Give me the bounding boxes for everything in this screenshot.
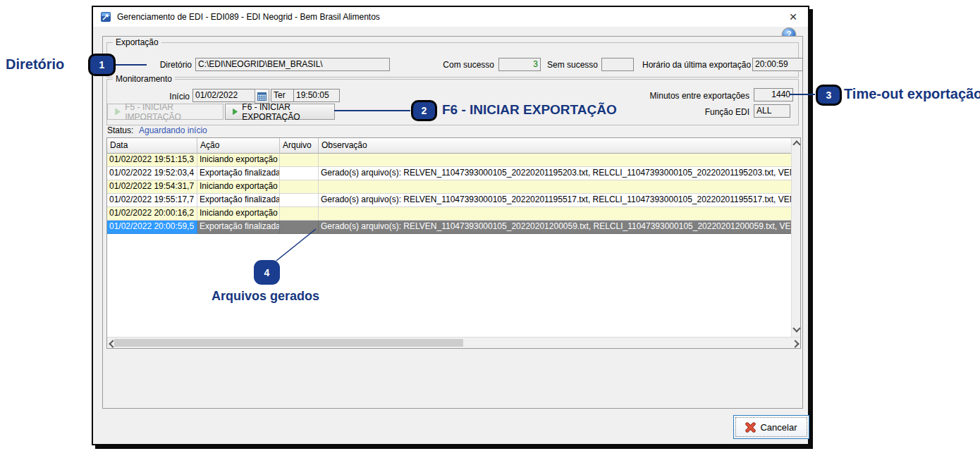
f6-iniciar-exportacao-button[interactable]: F6 - INICIAR EXPORTAÇÃO — [225, 104, 335, 120]
cell-acao: Iniciando exportação — [197, 207, 280, 221]
cell-arquivo — [280, 221, 319, 234]
horario-field[interactable]: 20:00:59 — [752, 58, 803, 71]
focus-rect — [735, 417, 807, 437]
annotation-label-diretorio: Diretório — [6, 56, 64, 73]
play-icon — [231, 107, 238, 116]
group-monitoramento-label: Monitoramento — [113, 74, 175, 84]
cell-arquivo — [280, 167, 319, 180]
cell-observacao — [319, 154, 791, 167]
inicio-date-field[interactable]: 01/02/2022 — [192, 89, 257, 102]
table-row[interactable]: 01/02/2022 19:55:17,7 Exportação finaliz… — [107, 194, 791, 207]
cell-data: 01/02/2022 19:54:31,7 — [107, 180, 197, 194]
screenshot-canvas: Gerenciamento de EDI - EDI089 - EDI Neog… — [0, 0, 980, 451]
horizontal-scrollbar[interactable] — [107, 337, 800, 348]
inicio-time-field[interactable]: 19:50:05 — [293, 89, 340, 102]
inicio-label: Início — [154, 92, 190, 101]
col-header-data[interactable]: Data — [107, 138, 197, 154]
app-window: Gerenciamento de EDI - EDI089 - EDI Neog… — [92, 6, 809, 445]
grid-header: Data Ação Arquivo Observação — [107, 138, 791, 154]
f6-button-label: F6 - INICIAR EXPORTAÇÃO — [242, 102, 329, 122]
sem-sucesso-field[interactable] — [601, 58, 634, 71]
annotation-badge-1: 1 — [88, 54, 116, 76]
cell-observacao — [319, 207, 791, 221]
app-icon — [100, 11, 111, 23]
annotation-label-f6: F6 - INICIAR EXPORTAÇÃO — [442, 102, 617, 118]
cell-observacao: Gerado(s) arquivo(s): RELVEN_11047393000… — [319, 221, 791, 234]
cell-acao: Iniciando exportação — [197, 180, 280, 194]
scrollbar-thumb[interactable] — [114, 339, 463, 347]
minutos-label: Minutos entre exportações — [611, 91, 749, 101]
minutos-field[interactable]: 1440 — [754, 88, 793, 101]
annotation-label-timeout: Time-out exportação — [844, 86, 980, 102]
cell-data: 01/02/2022 19:52:03,4 — [107, 167, 197, 180]
cancel-button[interactable]: Cancelar — [733, 415, 809, 439]
table-row[interactable]: 01/02/2022 19:52:03,4 Exportação finaliz… — [107, 167, 791, 180]
f5-iniciar-importacao-button[interactable]: F5 - INICIAR IMPORTAÇÃO — [107, 104, 223, 120]
close-icon[interactable]: × — [785, 8, 801, 25]
client-area: ? Exportação Diretório C:\EDI\NEOGRID\BE… — [93, 27, 805, 441]
cell-arquivo — [280, 154, 319, 167]
table-row[interactable]: 01/02/2022 20:00:16,2 Iniciando exportaç… — [107, 207, 791, 221]
col-header-arquivo[interactable]: Arquivo — [280, 138, 319, 154]
table-row-selected[interactable]: 01/02/2022 20:00:59,5 Exportação finaliz… — [107, 221, 791, 234]
cell-observacao — [319, 180, 791, 194]
scroll-up-icon[interactable] — [792, 140, 800, 148]
col-header-observacao[interactable]: Observação — [319, 138, 791, 154]
cell-arquivo — [280, 194, 319, 207]
vertical-scrollbar[interactable] — [791, 138, 800, 337]
funcao-edi-field[interactable]: ALL — [754, 104, 790, 118]
cell-acao: Iniciando exportação — [197, 154, 280, 167]
annotation-label-arquivos: Arquivos gerados — [212, 289, 319, 304]
cell-observacao: Gerado(s) arquivo(s): RELVEN_11047393000… — [319, 194, 791, 207]
diretorio-field[interactable]: C:\EDI\NEOGRID\BEM_BRASIL\ — [195, 58, 390, 71]
status-value: Aguardando início — [139, 125, 207, 135]
main-panel: Exportação Diretório C:\EDI\NEOGRID\BEM_… — [102, 36, 803, 409]
cell-acao: Exportação finalizada — [197, 167, 280, 180]
group-exportacao-label: Exportação — [113, 37, 161, 47]
cell-data: 01/02/2022 19:55:17,7 — [107, 194, 197, 207]
funcao-edi-label: Função EDI — [639, 107, 749, 117]
cell-observacao: Gerado(s) arquivo(s): RELVEN_11047393000… — [319, 167, 791, 180]
cell-data: 01/02/2022 20:00:59,5 — [107, 221, 197, 234]
cell-data: 01/02/2022 19:51:15,3 — [107, 154, 197, 167]
window-title: Gerenciamento de EDI - EDI089 - EDI Neog… — [117, 12, 380, 22]
cell-data: 01/02/2022 20:00:16,2 — [107, 207, 197, 221]
scroll-down-icon[interactable] — [792, 324, 800, 332]
sem-sucesso-label: Sem sucesso — [526, 60, 598, 70]
annotation-badge-4: 4 — [254, 260, 280, 285]
cell-acao: Exportação finalizada — [197, 194, 280, 207]
diretorio-label: Diretório — [128, 60, 192, 70]
weekday-field[interactable]: Ter — [271, 89, 295, 102]
cell-arquivo — [280, 180, 319, 194]
table-row[interactable]: 01/02/2022 19:51:15,3 Iniciando exportaç… — [107, 154, 791, 167]
annotation-badge-3: 3 — [816, 85, 842, 106]
com-sucesso-label: Com sucesso — [424, 60, 494, 70]
play-icon-disabled — [114, 107, 121, 116]
scroll-right-icon[interactable] — [791, 340, 799, 347]
annotation-badge-2: 2 — [411, 100, 437, 121]
cell-acao: Exportação finalizada — [197, 221, 280, 234]
title-bar: Gerenciamento de EDI - EDI089 - EDI Neog… — [93, 7, 808, 27]
status-label: Status: — [107, 125, 133, 135]
f5-button-label: F5 - INICIAR IMPORTAÇÃO — [125, 102, 217, 122]
cell-arquivo — [280, 207, 319, 221]
col-header-acao[interactable]: Ação — [197, 138, 280, 154]
horario-label: Horário da última exportação — [642, 60, 750, 70]
log-grid: Data Ação Arquivo Observação 01/02/2022 … — [106, 137, 801, 349]
table-row[interactable]: 01/02/2022 19:54:31,7 Iniciando exportaç… — [107, 180, 791, 194]
